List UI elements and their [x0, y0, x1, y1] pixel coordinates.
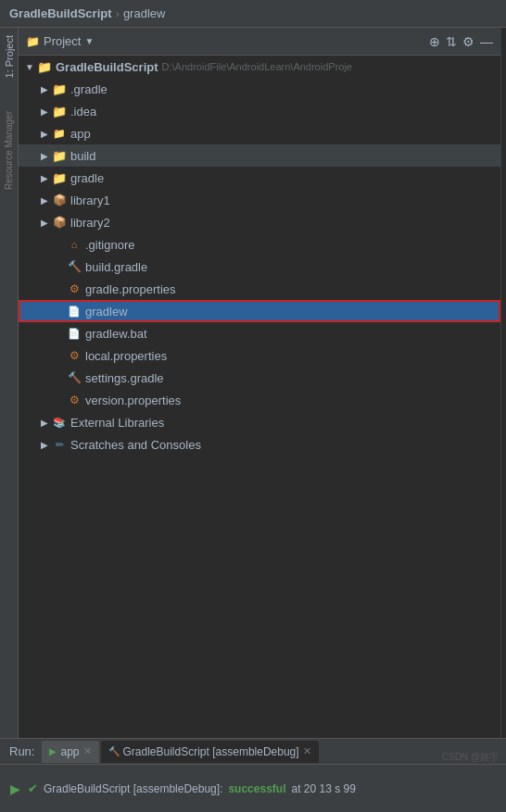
arrow-icon: ▶	[37, 418, 52, 428]
properties-icon: ⚙	[67, 393, 82, 407]
git-icon: ⌂	[67, 237, 82, 252]
item-label: build.gradle	[85, 260, 147, 274]
scratches-label: Scratches and Consoles	[70, 438, 201, 452]
scratches-item[interactable]: ▶ ✏ Scratches and Consoles	[19, 433, 500, 456]
panel-title-area: 📁 Project ▼	[26, 34, 422, 48]
line-number: 36	[501, 63, 506, 80]
item-label: settings.gradle	[85, 371, 164, 385]
gradlew-item[interactable]: 📄 gradlew	[19, 300, 500, 322]
root-arrow-icon: ▼	[22, 62, 37, 72]
item-label: External Libraries	[70, 416, 164, 430]
panel-folder-icon: 📁	[26, 35, 40, 48]
collapse-icon[interactable]: ⇅	[446, 35, 457, 48]
tree-root[interactable]: ▼ 📁 GradleBuildScript D:\AndroidFile\And…	[19, 56, 500, 78]
success-check-icon: ✔	[28, 781, 38, 795]
list-item[interactable]: ⚙ gradle.properties	[19, 278, 500, 300]
list-item[interactable]: ▶ 📁 gradle	[19, 167, 500, 189]
scope-icon[interactable]: ⊕	[429, 35, 440, 48]
list-item[interactable]: ⚙ version.properties	[19, 389, 500, 411]
folder-icon: 📁	[52, 81, 67, 96]
gradle-icon: 🔨	[67, 370, 82, 385]
list-item[interactable]: 🔨 build.gradle	[19, 256, 500, 278]
title-file-name: gradlew	[123, 6, 166, 20]
line-number: 44	[501, 196, 506, 213]
arrow-icon: ▶	[37, 106, 52, 117]
line-number: 34	[501, 30, 506, 46]
line-number: 35	[501, 46, 506, 63]
folder-icon: 📁	[52, 170, 67, 185]
title-bar: GradleBuildScript › gradlew	[0, 0, 506, 28]
item-label: library1	[70, 194, 110, 207]
list-item[interactable]: 🔨 settings.gradle	[19, 367, 500, 389]
panel-actions: ⊕ ⇅ ⚙ —	[429, 35, 493, 48]
list-item[interactable]: ⚙ local.properties	[19, 344, 500, 367]
sidebar-tab-project[interactable]: 1: Project	[2, 28, 17, 85]
arrow-icon: ▶	[37, 195, 52, 206]
item-label: .idea	[70, 105, 96, 119]
line-numbers-panel: 34 35 36 37 38 39 40 41 42 43 44 45 46	[500, 28, 506, 738]
settings-icon[interactable]: ⚙	[462, 35, 474, 48]
panel-header: 📁 Project ▼ ⊕ ⇅ ⚙ —	[19, 28, 500, 56]
module-icon: 📦	[52, 193, 67, 207]
app-run-tab[interactable]: ▶ app ✕	[42, 741, 98, 763]
arrow-icon: ▶	[37, 218, 52, 228]
run-tabs-bar: Run: ▶ app ✕ 🔨 GradleBuildScript [assemb…	[0, 739, 506, 765]
list-item[interactable]: ▶ 📁 .idea	[19, 100, 500, 122]
left-sidebar: 1: Project Resource Manager	[0, 28, 19, 738]
item-label: gradle.properties	[85, 282, 176, 296]
arrow-icon: ▶	[37, 173, 52, 183]
title-project-name: GradleBuildScript	[9, 6, 112, 20]
app-tab-close-icon[interactable]: ✕	[83, 745, 92, 757]
scratches-icon: ✏	[52, 437, 67, 452]
panel-title-text: Project	[44, 34, 81, 48]
run-output-suffix: at 20 13 s 99	[291, 782, 355, 795]
app-tab-label: app	[60, 745, 79, 758]
run-play-button[interactable]: ▶	[7, 781, 22, 796]
gradle-tab-icon: 🔨	[108, 746, 120, 756]
library-icon: 📚	[52, 415, 67, 430]
title-separator: ›	[116, 6, 120, 20]
line-number: 41	[501, 146, 506, 163]
bottom-section: Run: ▶ app ✕ 🔨 GradleBuildScript [assemb…	[0, 738, 506, 812]
file-icon: 📄	[67, 304, 82, 319]
line-number: 37	[501, 80, 506, 96]
properties-icon: ⚙	[67, 348, 82, 363]
item-label: build	[70, 149, 95, 163]
item-label: local.properties	[85, 349, 167, 363]
project-panel: 📁 Project ▼ ⊕ ⇅ ⚙ — ▼ 📁 GradleBuildScrip…	[19, 28, 500, 738]
panel-dropdown-icon[interactable]: ▼	[84, 36, 94, 46]
list-item[interactable]: ▶ 📁 build	[19, 144, 500, 167]
item-label: app	[70, 127, 91, 141]
line-number: 40	[501, 130, 506, 146]
root-path: D:\AndroidFile\AndroidLearn\AndroidProje	[162, 61, 352, 72]
root-folder-icon: 📁	[37, 59, 52, 74]
properties-icon: ⚙	[67, 281, 82, 296]
item-label: .gitignore	[85, 238, 134, 252]
root-label: GradleBuildScript	[56, 60, 158, 74]
module-icon: 📦	[52, 215, 67, 230]
list-item[interactable]: ▶ 📁 .gradle	[19, 78, 500, 100]
list-item[interactable]: ⌂ .gitignore	[19, 233, 500, 256]
item-label: gradle	[70, 171, 104, 185]
list-item[interactable]: ▶ 📦 library1	[19, 189, 500, 211]
arrow-icon: ▶	[37, 84, 52, 94]
gradle-run-tab[interactable]: 🔨 GradleBuildScript [assembleDebug] ✕	[101, 741, 319, 763]
item-label: gradlew.bat	[85, 327, 147, 341]
list-item[interactable]: 📄 gradlew.bat	[19, 322, 500, 344]
close-icon[interactable]: —	[480, 35, 493, 48]
run-output-status: successful	[228, 782, 285, 795]
run-label: Run:	[4, 744, 40, 758]
item-label: library2	[70, 216, 110, 230]
gradle-tab-close-icon[interactable]: ✕	[303, 745, 311, 757]
sidebar-tab-resource[interactable]: Resource Manager	[2, 104, 16, 197]
item-label: .gradle	[70, 82, 108, 96]
watermark: CSDN @路宇	[442, 751, 499, 764]
line-number: 42	[501, 163, 506, 180]
list-item[interactable]: ▶ 📁 app	[19, 122, 500, 144]
list-item[interactable]: ▶ 📦 library2	[19, 211, 500, 233]
external-libraries-item[interactable]: ▶ 📚 External Libraries	[19, 411, 500, 433]
folder-icon: 📁	[52, 148, 67, 163]
line-number: 39	[501, 113, 506, 130]
item-label: version.properties	[85, 394, 181, 407]
app-folder-icon: 📁	[52, 126, 67, 141]
